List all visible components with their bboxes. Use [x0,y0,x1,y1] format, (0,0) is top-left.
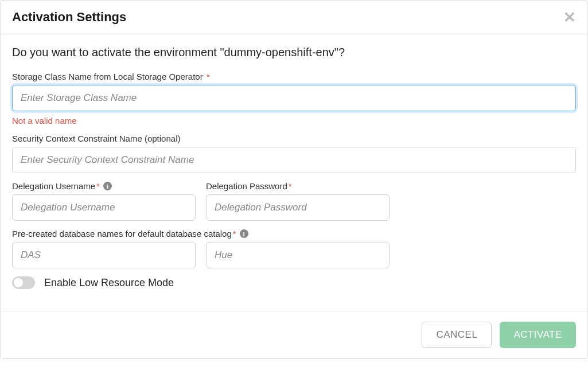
precreated-db-inputs [12,242,576,268]
activation-question: Do you want to activate the environment … [12,46,576,59]
delegation-password-group: Delegation Password* [206,181,390,221]
low-resource-toggle[interactable] [12,276,35,289]
delegation-username-label: Delegation Username* [12,181,100,191]
required-asterisk: * [207,72,210,81]
precreated-db-label-wrap: Pre-created database names for default d… [12,229,576,239]
scc-input[interactable] [12,147,576,173]
modal-header: Activation Settings ✕ [1,1,587,34]
hue-input[interactable] [206,242,390,268]
delegation-row: Delegation Username* i Delegation Passwo… [12,181,576,229]
storage-class-error: Not a valid name [12,116,576,126]
info-icon[interactable]: i [240,229,248,238]
delegation-username-label-text: Delegation Username [12,181,95,191]
scc-label: Security Context Constraint Name (option… [12,134,576,143]
scc-group: Security Context Constraint Name (option… [12,134,576,173]
required-asterisk: * [96,181,100,191]
modal-footer: CANCEL ACTIVATE [1,311,587,358]
activation-settings-modal: Activation Settings ✕ Do you want to act… [0,0,588,359]
low-resource-label: Enable Low Resource Mode [44,277,174,289]
delegation-username-label-wrap: Delegation Username* i [12,181,196,191]
delegation-username-group: Delegation Username* i [12,181,196,221]
required-asterisk: * [233,229,236,239]
low-resource-row: Enable Low Resource Mode [12,276,576,289]
das-input[interactable] [12,242,196,268]
modal-body: Do you want to activate the environment … [1,34,587,300]
required-asterisk: * [289,181,292,191]
delegation-password-label: Delegation Password* [206,181,390,191]
storage-class-label-text: Storage Class Name from Local Storage Op… [12,72,203,81]
close-icon[interactable]: ✕ [563,10,576,25]
storage-class-input[interactable] [12,85,576,111]
activate-button[interactable]: ACTIVATE [500,322,576,348]
modal-title: Activation Settings [12,10,126,25]
toggle-knob [14,278,23,287]
precreated-db-label: Pre-created database names for default d… [12,229,236,239]
info-icon[interactable]: i [103,182,112,190]
storage-class-label: Storage Class Name from Local Storage Op… [12,72,576,81]
delegation-password-input[interactable] [206,194,390,221]
precreated-db-label-text: Pre-created database names for default d… [12,229,232,239]
delegation-password-label-text: Delegation Password [206,181,287,191]
storage-class-group: Storage Class Name from Local Storage Op… [12,72,576,126]
precreated-db-group: Pre-created database names for default d… [12,229,576,268]
delegation-username-input[interactable] [12,194,196,221]
cancel-button[interactable]: CANCEL [422,322,492,348]
